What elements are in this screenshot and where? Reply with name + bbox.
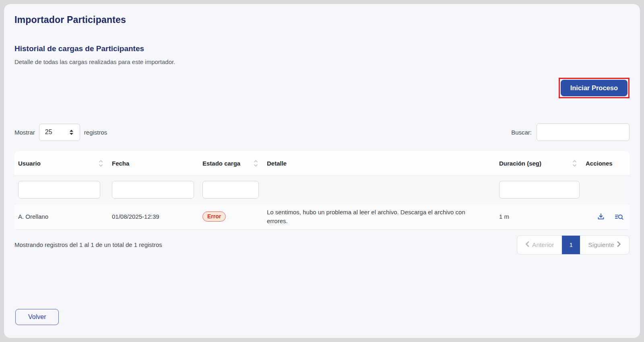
filter-input-estado[interactable] <box>202 181 259 199</box>
cell-detalle: Lo sentimos, hubo un problema al leer el… <box>263 204 495 229</box>
back-button[interactable]: Volver <box>15 309 59 325</box>
download-errors-button[interactable] <box>597 212 605 221</box>
records-label: registros <box>84 129 107 136</box>
column-header-estado-carga[interactable]: Estado carga <box>199 151 263 175</box>
table-header-row: Usuario Fecha Estado carga Detalle Durac… <box>14 151 630 176</box>
filter-cell-acciones <box>582 176 630 204</box>
action-row: Iniciar Proceso <box>14 78 630 98</box>
chevron-right-icon <box>617 241 621 249</box>
select-updown-icon <box>69 129 74 135</box>
view-errors-icon <box>614 216 624 222</box>
highlight-annotation-box: Iniciar Proceso <box>559 78 630 98</box>
column-header-duracion[interactable]: Duración (seg) <box>495 151 582 175</box>
download-icon <box>597 216 605 222</box>
table-controls: Mostrar 25 registros Buscar: <box>14 123 630 141</box>
back-row: Volver <box>15 309 59 325</box>
column-header-usuario[interactable]: Usuario <box>14 151 108 175</box>
page-length-control: Mostrar 25 registros <box>14 124 107 141</box>
pagination-previous-button[interactable]: Anterior <box>517 236 562 254</box>
table-filter-row <box>14 176 630 204</box>
sort-icon <box>253 160 258 167</box>
start-process-button[interactable]: Iniciar Proceso <box>561 80 627 96</box>
search-input[interactable] <box>537 123 630 141</box>
section-description: Detalle de todas las cargas realizadas p… <box>14 58 630 65</box>
filter-cell-estado <box>199 176 263 204</box>
table-footer: Mostrando registros del 1 al 1 de un tot… <box>14 235 630 255</box>
show-label: Mostrar <box>14 129 35 136</box>
filter-cell-detalle <box>263 176 495 204</box>
page-size-value: 25 <box>45 129 52 136</box>
filter-cell-duracion <box>495 176 582 204</box>
filter-cell-fecha <box>108 176 199 204</box>
cell-acciones <box>582 204 630 229</box>
filter-input-usuario[interactable] <box>18 181 100 199</box>
cell-duracion: 1 m <box>495 204 582 229</box>
importer-page-card: Importador Participantes Historial de ca… <box>4 4 640 338</box>
column-header-fecha: Fecha <box>108 151 199 175</box>
page-size-select[interactable]: 25 <box>39 124 80 141</box>
cell-fecha: 01/08/2025-12:39 <box>108 204 199 229</box>
history-table: Usuario Fecha Estado carga Detalle Durac… <box>14 151 630 230</box>
filter-cell-usuario <box>14 176 108 204</box>
filter-input-fecha[interactable] <box>112 181 194 199</box>
section-heading: Historial de cargas de Participantes <box>14 44 630 53</box>
pagination: Anterior 1 Siguiente <box>517 235 630 255</box>
records-summary: Mostrando registros del 1 al 1 de un tot… <box>14 241 162 248</box>
view-details-button[interactable] <box>614 212 624 221</box>
page-title: Importador Participantes <box>14 15 630 25</box>
sort-icon <box>98 160 103 167</box>
status-badge-error: Error <box>202 211 226 222</box>
pagination-page-1[interactable]: 1 <box>562 236 580 254</box>
search-label: Buscar: <box>511 129 532 136</box>
pagination-next-button[interactable]: Siguiente <box>580 236 629 254</box>
search-control: Buscar: <box>511 123 630 141</box>
cell-estado-carga: Error <box>199 204 263 229</box>
chevron-left-icon <box>525 241 529 249</box>
sort-icon <box>572 160 577 167</box>
column-header-acciones: Acciones <box>582 151 630 175</box>
table-row: A. Orellano 01/08/2025-12:39 Error Lo se… <box>14 204 630 229</box>
cell-usuario: A. Orellano <box>14 204 108 229</box>
column-header-detalle: Detalle <box>263 151 495 175</box>
filter-input-duracion[interactable] <box>499 181 580 199</box>
